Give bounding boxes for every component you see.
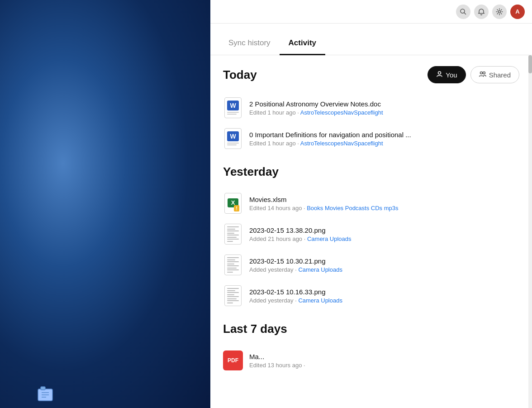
png-file-icon [223,255,243,275]
filter-buttons: You Shared [428,66,519,83]
pdf-file-icon: PDF [223,350,243,370]
last7days-title: Last 7 days [223,322,287,336]
main-panel: A Sync history Activity Today You [210,0,532,408]
file-meta: Added 21 hours ago · Camera Uploads [249,235,519,242]
png-file-icon [223,286,243,306]
desktop-icon [36,385,54,403]
file-item[interactable]: X ! Movies.xlsm Edited 14 hours ago · Bo… [223,188,519,219]
file-location-link[interactable]: Books Movies Podcasts CDs mp3s [307,205,398,211]
word-file-icon: W [223,129,243,149]
top-bar: A [210,0,532,24]
file-location-link[interactable]: Camera Uploads [298,266,342,273]
file-name: Ma... [249,353,519,360]
file-meta: Edited 13 hours ago · [249,362,519,369]
png-file-icon [223,224,243,244]
file-name: 2023-02-15 10.16.33.png [249,288,519,296]
file-meta: Added yesterday · Camera Uploads [249,297,519,304]
excel-file-icon: X ! [223,193,243,213]
desktop-background [0,0,210,408]
today-section-header: Today You [223,66,519,83]
shared-filter-button[interactable]: Shared [470,66,519,83]
file-item[interactable]: 2023-02-15 13.38.20.png Added 21 hours a… [223,219,519,250]
file-item[interactable]: 2023-02-15 10.30.21.png Added yesterday … [223,250,519,280]
file-item[interactable]: W 2 Positional Astronomy Overview Notes.… [223,92,519,123]
file-meta: Edited 1 hour ago · AstroTelescopesNavSp… [249,109,519,116]
file-name: 2023-02-15 13.38.20.png [249,226,519,234]
svg-point-10 [483,72,485,74]
shared-icon [479,71,486,79]
file-location-link[interactable]: AstroTelescopesNavSpaceflight [300,140,383,147]
bell-button[interactable] [474,5,489,19]
file-location-link[interactable]: Camera Uploads [298,297,342,304]
tab-activity[interactable]: Activity [280,32,325,55]
file-location-link[interactable]: Camera Uploads [307,235,352,242]
shared-filter-label: Shared [489,71,511,79]
svg-point-8 [438,72,441,74]
last7days-items: PDF Ma... Edited 13 hours ago · [223,345,519,376]
file-meta: Edited 1 hour ago · AstroTelescopesNavSp… [249,140,519,147]
file-item[interactable]: PDF Ma... Edited 13 hours ago · [223,345,519,376]
scrollbar-thumb[interactable] [528,55,532,73]
file-name: 0 Important Definitions for navigation a… [249,131,519,139]
svg-point-9 [480,72,482,74]
yesterday-title: Yesterday [223,165,279,179]
svg-line-6 [464,12,466,14]
scrollbar-track[interactable] [528,55,532,408]
file-name: Movies.xlsm [249,196,519,203]
you-filter-label: You [446,71,457,79]
tab-sync-history[interactable]: Sync history [219,32,280,55]
search-button[interactable] [456,5,470,19]
yesterday-items: X ! Movies.xlsm Edited 14 hours ago · Bo… [223,188,519,311]
file-item[interactable]: 2023-02-15 10.16.33.png Added yesterday … [223,280,519,311]
today-title: Today [223,68,257,82]
file-meta: Added yesterday · Camera Uploads [249,266,519,273]
last7days-section-header: Last 7 days [223,322,519,336]
file-name: 2023-02-15 10.30.21.png [249,257,519,265]
file-item[interactable]: W 0 Important Definitions for navigation… [223,123,519,154]
file-name: 2 Positional Astronomy Overview Notes.do… [249,100,519,108]
avatar[interactable]: A [510,5,525,19]
svg-point-7 [499,10,501,13]
you-filter-button[interactable]: You [428,66,466,83]
word-file-icon: W [223,98,243,118]
today-items: W 2 Positional Astronomy Overview Notes.… [223,92,519,154]
file-meta: Edited 14 hours ago · Books Movies Podca… [249,205,519,211]
settings-button[interactable] [492,5,507,19]
file-location-link[interactable]: AstroTelescopesNavSpaceflight [300,109,383,116]
yesterday-section-header: Yesterday [223,165,519,179]
you-icon [436,71,443,79]
svg-rect-1 [41,387,45,390]
tabs-bar: Sync history Activity [210,24,532,55]
activity-content: Today You [210,55,532,408]
